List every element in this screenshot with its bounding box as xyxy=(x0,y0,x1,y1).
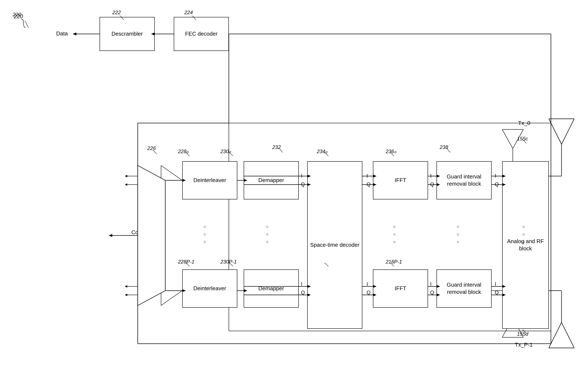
svg-marker-103 xyxy=(307,285,311,288)
svg-line-126 xyxy=(562,322,574,348)
svg-marker-83 xyxy=(307,175,311,177)
ref-220-label: 220 xyxy=(14,13,23,20)
svg-marker-99 xyxy=(182,289,186,292)
svg-marker-87 xyxy=(373,175,377,177)
svg-marker-66 xyxy=(73,33,76,35)
svg-marker-109 xyxy=(373,294,377,296)
svg-marker-85 xyxy=(307,183,311,186)
svg-marker-115 xyxy=(502,285,506,288)
svg-marker-113 xyxy=(436,294,440,296)
svg-marker-81 xyxy=(244,179,247,182)
diagram: 220 222 224 226 228₀ 230₀ 232 234₀ 236₀ … xyxy=(0,0,588,377)
svg-marker-79 xyxy=(182,179,186,182)
svg-marker-107 xyxy=(373,285,377,288)
svg-marker-117 xyxy=(502,294,506,296)
svg-marker-77 xyxy=(109,234,112,237)
svg-marker-91 xyxy=(436,175,440,177)
svg-marker-75 xyxy=(138,165,165,306)
svg-marker-101 xyxy=(244,289,247,292)
svg-marker-93 xyxy=(436,183,440,186)
svg-line-121 xyxy=(562,119,574,144)
svg-marker-111 xyxy=(436,285,440,288)
svg-marker-97 xyxy=(502,183,506,186)
svg-marker-68 xyxy=(151,33,155,35)
svg-marker-95 xyxy=(502,175,506,177)
detail-lines xyxy=(0,0,588,377)
svg-marker-105 xyxy=(307,294,311,296)
svg-marker-89 xyxy=(373,183,377,186)
